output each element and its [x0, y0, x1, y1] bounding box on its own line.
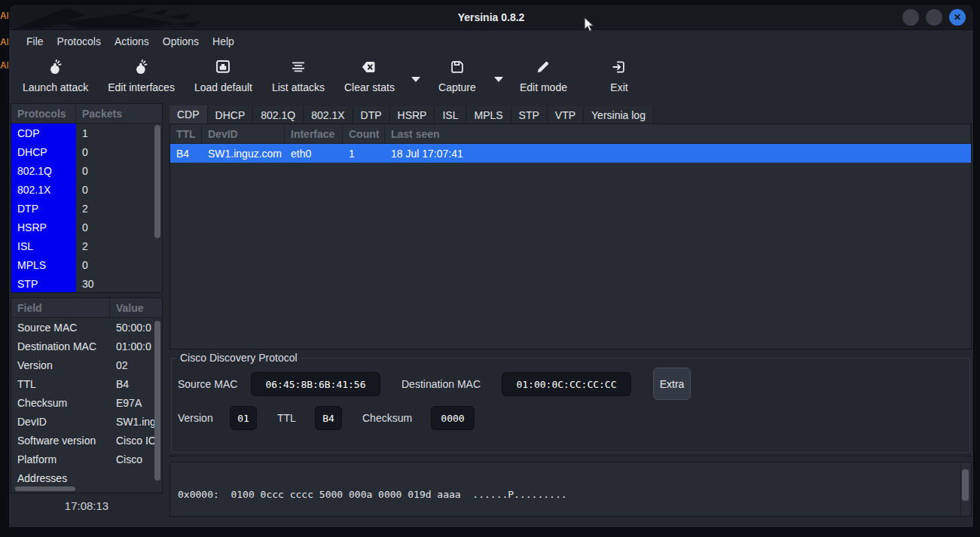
- protocol-row-hsrp[interactable]: HSRP0: [11, 218, 162, 236]
- protocols-column-header[interactable]: Protocols: [11, 104, 76, 123]
- protocols-scrollbar[interactable]: [154, 105, 161, 291]
- extra-button[interactable]: Extra: [653, 368, 691, 400]
- menu-help[interactable]: Help: [206, 33, 241, 50]
- column-header-interface[interactable]: Interface: [285, 124, 343, 143]
- maximize-button[interactable]: [926, 9, 942, 26]
- field-column-header[interactable]: Field: [11, 298, 110, 317]
- protocol-row-mpls[interactable]: MPLS0: [11, 255, 162, 274]
- launch-attack-button[interactable]: Launch attack: [23, 57, 88, 93]
- floppy-save-icon: [450, 57, 465, 77]
- window-title: Yersinia 0.8.2: [9, 5, 973, 30]
- tab-vtp[interactable]: VTP: [548, 106, 584, 124]
- status-clock: 17:08:13: [11, 499, 163, 512]
- field-row[interactable]: Version02: [11, 355, 162, 374]
- protocol-row-dhcp[interactable]: DHCP0: [11, 142, 162, 161]
- edit-mode-button[interactable]: Edit mode: [520, 57, 567, 93]
- capture-button[interactable]: Capture: [437, 57, 478, 93]
- source-mac-input[interactable]: 06:45:8B:6B:41:56: [251, 372, 380, 396]
- field-row[interactable]: PlatformCisco: [11, 450, 162, 468]
- minimize-button[interactable]: [902, 9, 919, 26]
- tab-stp[interactable]: STP: [511, 106, 548, 124]
- list-icon: [291, 57, 306, 77]
- column-header-ttl[interactable]: TTL: [170, 124, 202, 143]
- pencil-icon: [536, 57, 551, 77]
- toolbar: Launch attack Edit interfaces Load defau…: [9, 51, 973, 101]
- cdp-fieldset-legend: Cisco Discovery Protocol: [176, 352, 301, 364]
- capture-dropdown-arrow[interactable]: [494, 77, 503, 82]
- field-row[interactable]: DevIDSW1.ing: [11, 412, 162, 431]
- fields-vertical-scrollbar[interactable]: [154, 300, 161, 491]
- ttl-label: TTL: [277, 412, 296, 424]
- protocol-row-8021q[interactable]: 802.1Q0: [11, 161, 162, 180]
- bomb-icon: [48, 57, 63, 77]
- bomb-icon: [134, 57, 149, 77]
- list-attacks-button[interactable]: List attacks: [272, 57, 325, 93]
- close-icon: ✕: [954, 12, 961, 23]
- yersinia-window: Yersinia 0.8.2 ✕ File Protocols Actions …: [9, 5, 973, 527]
- menubar: File Protocols Actions Options Help: [9, 31, 973, 51]
- tab-isl[interactable]: ISL: [435, 106, 466, 124]
- clear-stats-icon: [361, 57, 377, 77]
- protocol-tabs: CDP DHCP 802.1Q 802.1X DTP HSRP ISL MPLS…: [169, 105, 972, 124]
- exit-button[interactable]: Exit: [599, 57, 640, 93]
- protocol-row-isl[interactable]: ISL2: [11, 236, 162, 255]
- field-row[interactable]: TTLB4: [11, 374, 162, 393]
- tab-yersinia-log[interactable]: Yersinia log: [584, 106, 654, 124]
- menu-actions[interactable]: Actions: [108, 33, 156, 50]
- protocol-row-8021x[interactable]: 802.1X0: [11, 180, 162, 199]
- menu-file[interactable]: File: [20, 33, 50, 50]
- field-row[interactable]: Software versionCisco IO: [11, 431, 162, 450]
- hex-dump-panel: 0x0000: 0100 0ccc cccc 5000 000a 0000 01…: [169, 462, 972, 517]
- source-mac-label: Source MAC: [178, 378, 237, 390]
- load-default-button[interactable]: Load default: [194, 57, 252, 93]
- version-input[interactable]: 01: [230, 406, 257, 430]
- exit-icon: [612, 57, 627, 77]
- destination-mac-input[interactable]: 01:00:0C:CC:CC:CC: [502, 372, 631, 396]
- field-row[interactable]: Source MAC50:00:0: [11, 318, 162, 337]
- menu-options[interactable]: Options: [156, 33, 206, 50]
- column-header-last-seen[interactable]: Last seen: [385, 124, 971, 143]
- protocol-row-stp[interactable]: STP30: [11, 274, 162, 293]
- edit-interfaces-button[interactable]: Edit interfaces: [108, 57, 175, 93]
- tab-8021x[interactable]: 802.1X: [304, 106, 353, 124]
- column-header-count[interactable]: Count: [343, 124, 385, 143]
- field-row[interactable]: ChecksumE97A: [11, 393, 162, 412]
- hex-scrollbar[interactable]: [960, 463, 970, 515]
- packet-row-selected[interactable]: B4 SW1.inguz.com eth0 1 18 Jul 17:07:41: [170, 144, 971, 163]
- clear-stats-dropdown-arrow[interactable]: [411, 77, 420, 82]
- close-button[interactable]: ✕: [949, 9, 966, 26]
- tab-mpls[interactable]: MPLS: [466, 106, 511, 124]
- packets-column-header[interactable]: Packets: [76, 108, 162, 120]
- destination-mac-label: Destination MAC: [401, 378, 481, 390]
- menu-protocols[interactable]: Protocols: [50, 33, 108, 50]
- clear-stats-button[interactable]: Clear stats: [344, 57, 395, 93]
- protocol-row-cdp[interactable]: CDP1: [11, 124, 162, 142]
- mouse-cursor: [582, 17, 595, 33]
- protocol-row-dtp[interactable]: DTP2: [11, 199, 162, 218]
- checksum-label: Checksum: [362, 412, 412, 424]
- field-row[interactable]: Addresses: [11, 468, 162, 487]
- protocols-panel: Protocols Packets CDP1 DHCP0 802.1Q0 802…: [11, 103, 163, 293]
- ttl-input[interactable]: B4: [315, 406, 342, 430]
- hex-dump-text: 0x0000: 0100 0ccc cccc 5000 000a 0000 01…: [170, 462, 971, 517]
- pane-splitter[interactable]: [169, 456, 972, 456]
- tab-dhcp[interactable]: DHCP: [208, 106, 254, 124]
- packet-list-panel: TTL DevID Interface Count Last seen B4 S…: [169, 124, 972, 349]
- tab-dtp[interactable]: DTP: [353, 106, 390, 124]
- packet-fields-panel: Field Value Source MAC50:00:0 Destinatio…: [11, 297, 163, 493]
- checksum-input[interactable]: 0000: [431, 406, 475, 430]
- tab-cdp[interactable]: CDP: [169, 105, 208, 124]
- network-port-icon: [215, 57, 231, 77]
- fields-horizontal-scrollbar[interactable]: [13, 486, 160, 492]
- column-header-devid[interactable]: DevID: [202, 124, 285, 143]
- cdp-fieldset: Cisco Discovery Protocol Source MAC 06:4…: [171, 358, 970, 453]
- version-label: Version: [178, 412, 213, 424]
- titlebar[interactable]: Yersinia 0.8.2 ✕: [9, 5, 973, 30]
- tab-hsrp[interactable]: HSRP: [390, 106, 435, 124]
- field-row[interactable]: Destination MAC01:00:0: [11, 337, 162, 355]
- tab-8021q[interactable]: 802.1Q: [253, 106, 304, 124]
